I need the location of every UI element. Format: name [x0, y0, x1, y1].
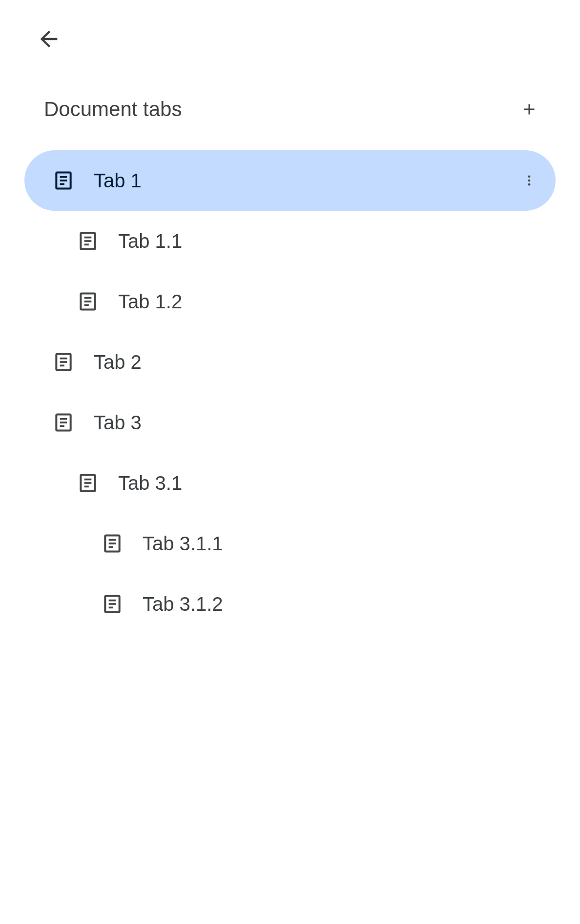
tab-item-tab-1-2[interactable]: Tab 1.2 — [24, 271, 556, 332]
tab-item-tab-1[interactable]: Tab 1 — [24, 150, 556, 211]
tab-item-tab-3-1-1[interactable]: Tab 3.1.1 — [24, 513, 556, 574]
document-icon — [77, 472, 99, 494]
page-title: Document tabs — [44, 98, 182, 121]
add-tab-button[interactable] — [518, 98, 541, 121]
document-icon — [77, 291, 99, 312]
tab-label: Tab 1.1 — [118, 230, 541, 252]
header: Document tabs — [24, 98, 556, 121]
tab-label: Tab 3.1 — [118, 472, 541, 494]
tabs-list: Tab 1 Tab 1.1 — [24, 150, 556, 634]
document-icon — [102, 593, 123, 615]
more-vert-icon — [522, 174, 536, 187]
back-button[interactable] — [34, 24, 63, 54]
document-icon — [53, 412, 74, 433]
svg-point-5 — [528, 180, 531, 182]
document-icon — [102, 533, 123, 554]
document-icon — [53, 170, 74, 191]
tab-item-tab-3-1[interactable]: Tab 3.1 — [24, 453, 556, 513]
tab-label: Tab 3 — [94, 412, 541, 434]
svg-point-6 — [528, 183, 531, 186]
tab-label: Tab 2 — [94, 351, 541, 373]
tab-label: Tab 3.1.2 — [143, 593, 541, 615]
arrow-back-icon — [36, 26, 62, 52]
document-icon — [77, 230, 99, 252]
tab-item-tab-3-1-2[interactable]: Tab 3.1.2 — [24, 574, 556, 634]
svg-point-4 — [528, 176, 531, 178]
tab-item-tab-3[interactable]: Tab 3 — [24, 392, 556, 453]
tab-item-tab-1-1[interactable]: Tab 1.1 — [24, 211, 556, 271]
document-icon — [53, 351, 74, 373]
tab-item-tab-2[interactable]: Tab 2 — [24, 332, 556, 392]
tab-label: Tab 1.2 — [118, 291, 541, 313]
more-options-button[interactable] — [518, 169, 541, 192]
tab-label: Tab 1 — [94, 170, 518, 192]
plus-icon — [520, 100, 538, 118]
tab-label: Tab 3.1.1 — [143, 533, 541, 555]
